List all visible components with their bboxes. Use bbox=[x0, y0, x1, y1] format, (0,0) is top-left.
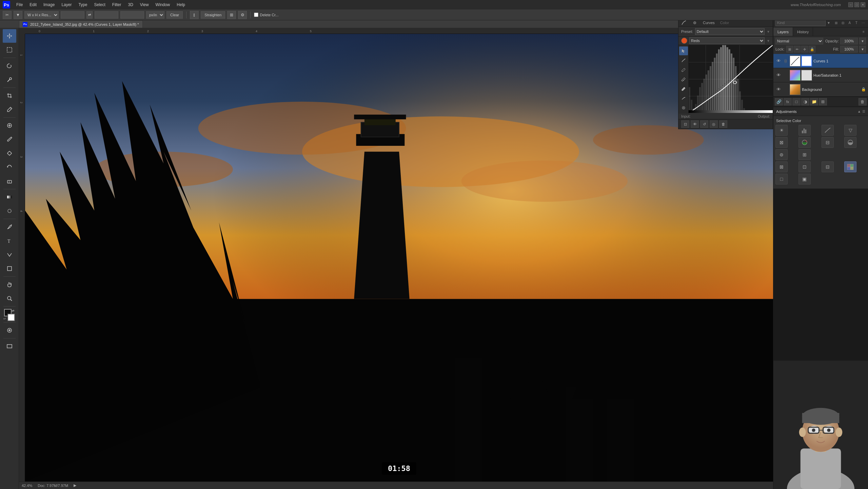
curves1-visibility[interactable]: 👁 bbox=[775, 58, 782, 64]
pencil-curve-tool[interactable] bbox=[679, 56, 688, 65]
menu-window[interactable]: Window bbox=[153, 2, 173, 8]
adj-gradient-map[interactable]: □ bbox=[775, 174, 788, 184]
new-group-btn[interactable]: 📁 bbox=[810, 98, 818, 105]
selection-tool[interactable] bbox=[3, 43, 16, 57]
crop-tool-icon[interactable]: ✂ bbox=[3, 11, 12, 19]
crop-tool-arrow[interactable]: ▼ bbox=[14, 11, 22, 19]
eyedropper-tool[interactable] bbox=[3, 103, 16, 116]
hue1-visibility[interactable]: 👁 bbox=[775, 72, 782, 78]
blur-tool[interactable] bbox=[3, 204, 16, 218]
menu-layer[interactable]: Layer bbox=[59, 2, 74, 8]
adj-color-lookup[interactable]: ▣ bbox=[798, 174, 811, 184]
channel-arrow[interactable]: ▼ bbox=[767, 39, 770, 43]
path-selection-tool[interactable] bbox=[3, 248, 16, 261]
adj-bw[interactable] bbox=[844, 137, 856, 148]
gradient-tool[interactable] bbox=[3, 190, 16, 204]
preset-select[interactable]: Default bbox=[695, 28, 765, 35]
magic-wand-tool[interactable] bbox=[3, 73, 16, 86]
close-btn[interactable]: ✕ bbox=[861, 2, 865, 7]
eyedropper-mid[interactable] bbox=[679, 75, 688, 84]
info-btn-4[interactable]: T bbox=[853, 20, 860, 26]
curves-view-btn[interactable]: 👁 bbox=[691, 120, 699, 128]
straighten-icon[interactable]: ⫿ bbox=[190, 11, 199, 19]
menu-3d[interactable]: 3D bbox=[125, 2, 136, 8]
menu-file[interactable]: File bbox=[14, 2, 25, 8]
swap-dimensions-btn[interactable]: ⇄ bbox=[86, 11, 93, 19]
add-mask-btn[interactable]: □ bbox=[792, 98, 801, 105]
clear-button[interactable]: Clear bbox=[166, 11, 183, 19]
bg-visibility[interactable]: 👁 bbox=[775, 86, 782, 93]
smooth-curve-btn[interactable] bbox=[679, 94, 688, 103]
adj-menu-btn[interactable]: ☰ bbox=[862, 110, 865, 113]
crop-height-input[interactable] bbox=[95, 11, 118, 19]
curves-visibility-btn[interactable]: ◎ bbox=[710, 120, 718, 128]
adj-sel-color[interactable] bbox=[844, 161, 856, 172]
eyedropper-light[interactable] bbox=[679, 84, 688, 93]
layer-row-background[interactable]: 👁 Background 🔒 bbox=[773, 82, 868, 97]
screen-mode-btn[interactable] bbox=[3, 339, 16, 353]
maximize-btn[interactable]: □ bbox=[854, 2, 859, 7]
curves-reset-btn[interactable]: ↺ bbox=[700, 120, 708, 128]
crop-res-input[interactable] bbox=[120, 11, 144, 19]
lock-all-btn[interactable]: 🔒 bbox=[809, 46, 815, 53]
new-layer-btn[interactable]: ⊞ bbox=[819, 98, 827, 105]
fill-arrow[interactable]: ▼ bbox=[859, 46, 866, 53]
lock-transparent-btn[interactable]: ⊞ bbox=[786, 46, 793, 53]
reset-colors-icon[interactable]: ↩ bbox=[3, 317, 7, 321]
adj-posterize[interactable]: ⊡ bbox=[798, 161, 811, 172]
channel-select[interactable]: Reds bbox=[689, 37, 765, 44]
adj-color-balance[interactable]: ⊟ bbox=[822, 137, 834, 148]
settings-icon[interactable]: ⚙ bbox=[238, 11, 247, 19]
adj-invert[interactable]: ⊠ bbox=[775, 161, 788, 172]
target-tool[interactable] bbox=[679, 103, 688, 112]
menu-edit[interactable]: Edit bbox=[27, 2, 39, 8]
menu-type[interactable]: Type bbox=[76, 2, 90, 8]
lasso-tool[interactable] bbox=[3, 59, 16, 73]
layers-panel-expand[interactable]: ≡ bbox=[861, 29, 867, 35]
info-btn-2[interactable]: ⊟ bbox=[840, 20, 846, 26]
crop-width-input[interactable] bbox=[61, 11, 84, 19]
adj-vibrance[interactable]: ⊠ bbox=[775, 137, 788, 148]
tab-layers[interactable]: Layers bbox=[773, 27, 793, 36]
delete-crop-checkbox[interactable] bbox=[254, 13, 258, 17]
link-layers-btn[interactable]: 🔗 bbox=[775, 98, 783, 105]
preset-arrow[interactable]: ▼ bbox=[767, 30, 770, 34]
info-btn-5[interactable]: ⋯ bbox=[860, 20, 866, 26]
hand-tool[interactable] bbox=[3, 278, 16, 291]
shape-tool[interactable] bbox=[3, 262, 16, 275]
overlay-icon[interactable]: ⊞ bbox=[227, 11, 236, 19]
quick-mask-btn[interactable] bbox=[3, 324, 16, 337]
brush-tool[interactable] bbox=[3, 133, 16, 146]
doc-tab[interactable]: Ps 2012_Tybee_Island_352.jpg @ 42.4% (Cu… bbox=[19, 20, 143, 28]
layer-row-curves1[interactable]: 👁 bbox=[773, 54, 868, 68]
opacity-arrow[interactable]: ▼ bbox=[859, 38, 866, 44]
eraser-tool[interactable] bbox=[3, 174, 16, 188]
filter-arrow[interactable]: ▼ bbox=[827, 20, 830, 26]
menu-view[interactable]: View bbox=[137, 2, 152, 8]
menu-image[interactable]: Image bbox=[41, 2, 57, 8]
info-btn-1[interactable]: ⊞ bbox=[833, 20, 839, 26]
menu-filter[interactable]: Filter bbox=[110, 2, 124, 8]
adj-levels[interactable] bbox=[798, 125, 811, 136]
new-fill-adj-btn[interactable]: ◑ bbox=[801, 98, 809, 105]
straighten-button[interactable]: Straighten bbox=[201, 11, 225, 19]
adj-exposure[interactable]: ▽ bbox=[844, 125, 856, 136]
eyedropper-dark[interactable] bbox=[679, 65, 688, 74]
crop-tool[interactable] bbox=[3, 89, 16, 102]
curves-delete-btn[interactable]: 🗑 bbox=[719, 120, 727, 128]
lock-image-btn[interactable]: ✏ bbox=[794, 46, 801, 53]
fx-btn[interactable]: fx bbox=[784, 98, 792, 105]
layer-row-hue1[interactable]: 👁 Hue/Saturation 1 bbox=[773, 68, 868, 82]
adj-curves[interactable] bbox=[822, 125, 834, 136]
type-tool[interactable]: T bbox=[3, 234, 16, 248]
crop-size-select[interactable]: W x H x Res... bbox=[24, 11, 59, 19]
fill-input[interactable] bbox=[840, 46, 858, 53]
adj-channel-mixer[interactable]: ⊞ bbox=[798, 149, 811, 160]
opacity-input[interactable] bbox=[840, 38, 858, 44]
move-tool[interactable] bbox=[3, 29, 16, 43]
adj-collapse-btn[interactable]: ▲ bbox=[857, 110, 861, 113]
curves-clip-shadows[interactable]: ⊡ bbox=[681, 120, 689, 128]
delete-layer-btn[interactable]: 🗑 bbox=[859, 98, 867, 105]
pen-tool[interactable] bbox=[3, 220, 16, 234]
menu-select[interactable]: Select bbox=[91, 2, 108, 8]
